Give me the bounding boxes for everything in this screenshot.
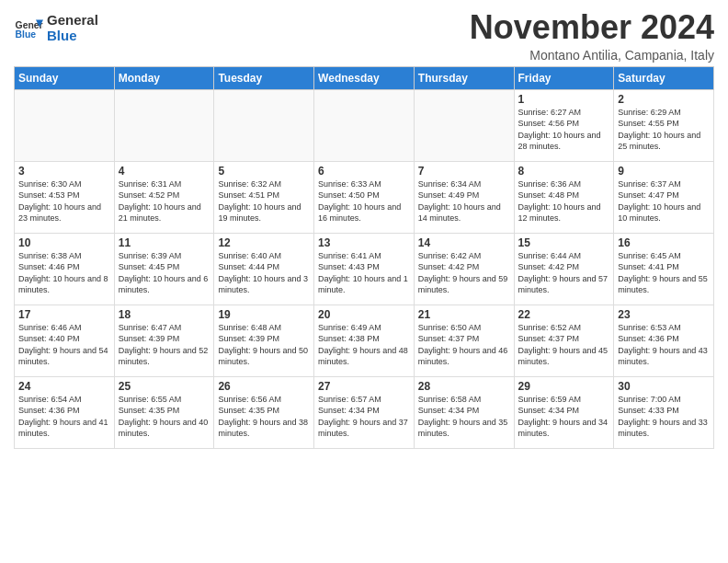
day-info: Sunrise: 6:46 AM Sunset: 4:40 PM Dayligh… (18, 322, 110, 368)
day-cell (214, 89, 314, 161)
day-cell (15, 89, 115, 161)
day-number: 4 (119, 165, 210, 178)
header-cell-saturday: Saturday (614, 66, 714, 89)
day-info: Sunrise: 6:37 AM Sunset: 4:47 PM Dayligh… (618, 178, 710, 224)
header-cell-friday: Friday (514, 66, 614, 89)
day-info: Sunrise: 6:50 AM Sunset: 4:37 PM Dayligh… (418, 322, 510, 368)
day-cell: 29Sunrise: 6:59 AM Sunset: 4:34 PM Dayli… (514, 376, 614, 448)
day-cell: 22Sunrise: 6:52 AM Sunset: 4:37 PM Dayli… (514, 304, 614, 376)
header: General Blue General Blue November 2024 … (14, 9, 714, 63)
day-number: 11 (119, 236, 210, 249)
header-row: SundayMondayTuesdayWednesdayThursdayFrid… (15, 66, 714, 89)
logo-icon: General Blue (14, 14, 43, 43)
day-number: 20 (318, 308, 410, 321)
day-cell: 11Sunrise: 6:39 AM Sunset: 4:45 PM Dayli… (114, 233, 214, 304)
day-number: 29 (518, 380, 610, 393)
month-title: November 2024 (470, 9, 714, 46)
header-cell-monday: Monday (114, 66, 214, 89)
day-cell: 23Sunrise: 6:53 AM Sunset: 4:36 PM Dayli… (614, 304, 714, 376)
day-cell: 12Sunrise: 6:40 AM Sunset: 4:44 PM Dayli… (214, 233, 314, 304)
day-number: 3 (18, 165, 110, 178)
day-number: 17 (18, 308, 110, 321)
day-info: Sunrise: 6:39 AM Sunset: 4:45 PM Dayligh… (119, 250, 210, 296)
day-number: 24 (18, 380, 110, 393)
day-number: 2 (618, 93, 710, 106)
day-info: Sunrise: 6:27 AM Sunset: 4:56 PM Dayligh… (518, 107, 610, 153)
day-cell (114, 89, 214, 161)
day-number: 1 (518, 93, 610, 106)
day-cell: 9Sunrise: 6:37 AM Sunset: 4:47 PM Daylig… (614, 161, 714, 233)
day-info: Sunrise: 6:31 AM Sunset: 4:52 PM Dayligh… (119, 178, 210, 224)
day-number: 27 (318, 380, 410, 393)
header-cell-sunday: Sunday (15, 66, 115, 89)
day-info: Sunrise: 6:38 AM Sunset: 4:46 PM Dayligh… (18, 250, 110, 296)
day-number: 23 (618, 308, 710, 321)
week-row-1: 3Sunrise: 6:30 AM Sunset: 4:53 PM Daylig… (15, 161, 714, 233)
day-info: Sunrise: 6:36 AM Sunset: 4:48 PM Dayligh… (518, 178, 610, 224)
day-number: 13 (318, 236, 410, 249)
day-cell: 26Sunrise: 6:56 AM Sunset: 4:35 PM Dayli… (214, 376, 314, 448)
day-info: Sunrise: 6:53 AM Sunset: 4:36 PM Dayligh… (618, 322, 710, 368)
day-info: Sunrise: 6:44 AM Sunset: 4:42 PM Dayligh… (518, 250, 610, 296)
day-info: Sunrise: 6:55 AM Sunset: 4:35 PM Dayligh… (119, 394, 210, 440)
day-info: Sunrise: 6:56 AM Sunset: 4:35 PM Dayligh… (218, 394, 310, 440)
header-cell-tuesday: Tuesday (214, 66, 314, 89)
day-info: Sunrise: 6:52 AM Sunset: 4:37 PM Dayligh… (518, 322, 610, 368)
day-cell: 3Sunrise: 6:30 AM Sunset: 4:53 PM Daylig… (15, 161, 115, 233)
day-cell: 13Sunrise: 6:41 AM Sunset: 4:43 PM Dayli… (314, 233, 415, 304)
day-info: Sunrise: 7:00 AM Sunset: 4:33 PM Dayligh… (618, 394, 710, 440)
day-cell: 30Sunrise: 7:00 AM Sunset: 4:33 PM Dayli… (614, 376, 714, 448)
day-cell: 25Sunrise: 6:55 AM Sunset: 4:35 PM Dayli… (114, 376, 214, 448)
day-info: Sunrise: 6:48 AM Sunset: 4:39 PM Dayligh… (218, 322, 310, 368)
day-info: Sunrise: 6:54 AM Sunset: 4:36 PM Dayligh… (18, 394, 110, 440)
day-number: 8 (518, 165, 610, 178)
day-cell: 14Sunrise: 6:42 AM Sunset: 4:42 PM Dayli… (414, 233, 514, 304)
day-cell: 28Sunrise: 6:58 AM Sunset: 4:34 PM Dayli… (414, 376, 514, 448)
day-cell: 19Sunrise: 6:48 AM Sunset: 4:39 PM Dayli… (214, 304, 314, 376)
week-row-4: 24Sunrise: 6:54 AM Sunset: 4:36 PM Dayli… (15, 376, 714, 448)
day-cell: 17Sunrise: 6:46 AM Sunset: 4:40 PM Dayli… (15, 304, 115, 376)
day-info: Sunrise: 6:33 AM Sunset: 4:50 PM Dayligh… (318, 178, 410, 224)
day-cell (314, 89, 415, 161)
day-number: 28 (418, 380, 510, 393)
logo-text-line1: General (47, 13, 98, 29)
day-number: 26 (218, 380, 310, 393)
day-number: 12 (218, 236, 310, 249)
day-cell: 8Sunrise: 6:36 AM Sunset: 4:48 PM Daylig… (514, 161, 614, 233)
day-cell: 2Sunrise: 6:29 AM Sunset: 4:55 PM Daylig… (614, 89, 714, 161)
day-number: 19 (218, 308, 310, 321)
week-row-3: 17Sunrise: 6:46 AM Sunset: 4:40 PM Dayli… (15, 304, 714, 376)
day-info: Sunrise: 6:40 AM Sunset: 4:44 PM Dayligh… (218, 250, 310, 296)
calendar-table: SundayMondayTuesdayWednesdayThursdayFrid… (14, 66, 714, 449)
week-row-0: 1Sunrise: 6:27 AM Sunset: 4:56 PM Daylig… (15, 89, 714, 161)
day-info: Sunrise: 6:42 AM Sunset: 4:42 PM Dayligh… (418, 250, 510, 296)
day-number: 6 (318, 165, 410, 178)
day-cell: 5Sunrise: 6:32 AM Sunset: 4:51 PM Daylig… (214, 161, 314, 233)
logo: General Blue General Blue (14, 13, 98, 43)
day-number: 30 (618, 380, 710, 393)
location: Montano Antilia, Campania, Italy (470, 48, 714, 63)
day-info: Sunrise: 6:29 AM Sunset: 4:55 PM Dayligh… (618, 107, 710, 153)
day-cell: 27Sunrise: 6:57 AM Sunset: 4:34 PM Dayli… (314, 376, 415, 448)
day-number: 16 (618, 236, 710, 249)
header-cell-thursday: Thursday (414, 66, 514, 89)
day-number: 14 (418, 236, 510, 249)
day-cell: 18Sunrise: 6:47 AM Sunset: 4:39 PM Dayli… (114, 304, 214, 376)
day-info: Sunrise: 6:59 AM Sunset: 4:34 PM Dayligh… (518, 394, 610, 440)
logo-text-line2: Blue (47, 29, 98, 44)
week-row-2: 10Sunrise: 6:38 AM Sunset: 4:46 PM Dayli… (15, 233, 714, 304)
day-cell: 15Sunrise: 6:44 AM Sunset: 4:42 PM Dayli… (514, 233, 614, 304)
day-cell (414, 89, 514, 161)
day-info: Sunrise: 6:57 AM Sunset: 4:34 PM Dayligh… (318, 394, 410, 440)
day-info: Sunrise: 6:34 AM Sunset: 4:49 PM Dayligh… (418, 178, 510, 224)
svg-text:Blue: Blue (16, 29, 37, 40)
day-info: Sunrise: 6:45 AM Sunset: 4:41 PM Dayligh… (618, 250, 710, 296)
day-number: 18 (119, 308, 210, 321)
day-number: 21 (418, 308, 510, 321)
main-container: General Blue General Blue November 2024 … (0, 0, 728, 454)
day-cell: 16Sunrise: 6:45 AM Sunset: 4:41 PM Dayli… (614, 233, 714, 304)
day-cell: 6Sunrise: 6:33 AM Sunset: 4:50 PM Daylig… (314, 161, 415, 233)
day-cell: 24Sunrise: 6:54 AM Sunset: 4:36 PM Dayli… (15, 376, 115, 448)
day-number: 15 (518, 236, 610, 249)
day-info: Sunrise: 6:49 AM Sunset: 4:38 PM Dayligh… (318, 322, 410, 368)
